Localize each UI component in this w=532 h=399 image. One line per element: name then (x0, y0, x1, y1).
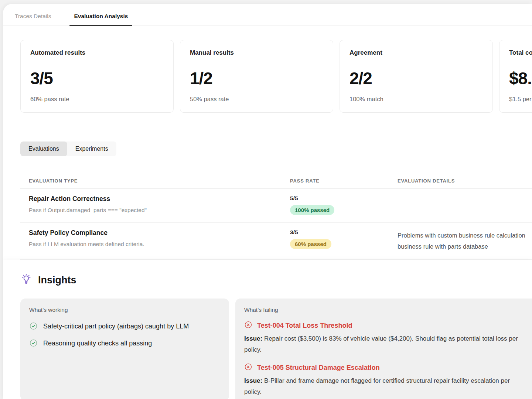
view-toggle: Evaluations Experiments (20, 141, 116, 156)
failing-item: Test-005 Structural Damage Escalation Is… (244, 363, 532, 398)
failing-item-title[interactable]: Test-005 Structural Damage Escalation (257, 364, 380, 372)
evaluation-panel: Traces Details Evaluation Analysis Autom… (3, 4, 532, 399)
pass-rate-badge: 60% passed (290, 239, 331, 249)
stat-value: $8.90 (509, 68, 532, 88)
stat-sub: 50% pass rate (190, 96, 323, 103)
pass-rate-badge: 100% passed (290, 205, 334, 215)
col-header-pass-rate: PASS RATE (282, 178, 389, 184)
evaluation-table: EVALUATION TYPE PASS RATE EVALUATION DET… (20, 173, 532, 260)
stat-sub: $1.5 per trace (509, 96, 532, 103)
x-circle-icon (244, 321, 252, 330)
stat-label: Agreement (349, 49, 483, 57)
stat-value: 1/2 (190, 68, 323, 88)
evaluation-title: Safety Policy Compliance (29, 229, 282, 237)
stat-card-total-cost: Total cost $8.90 $1.5 per trace (499, 40, 532, 113)
failing-item-issue-continued: policy. (244, 386, 532, 398)
evaluation-details-line: Problems with custom business rule calcu… (398, 230, 532, 241)
evaluation-subtitle: Pass if Output.damaged_parts === "expect… (29, 207, 282, 214)
col-header-evaluation-type: EVALUATION TYPE (20, 178, 282, 184)
table-row[interactable]: Safety Policy Compliance Pass if LLM eva… (20, 223, 532, 260)
toggle-evaluations[interactable]: Evaluations (20, 141, 67, 156)
stat-label: Manual results (190, 49, 323, 57)
whats-failing-card: What's failing Test-004 Total Loss Thres… (235, 299, 532, 399)
stat-sub: 100% match (349, 96, 483, 103)
x-circle-icon (244, 363, 252, 372)
stat-card-agreement: Agreement 2/2 100% match (340, 40, 493, 113)
whats-failing-label: What's failing (244, 307, 532, 313)
table-header-row: EVALUATION TYPE PASS RATE EVALUATION DET… (20, 173, 532, 189)
col-header-evaluation-details: EVALUATION DETAILS (389, 178, 532, 184)
evaluation-details-line: business rule with parts database (398, 241, 532, 252)
stats-row: Automated results 3/5 60% pass rate Manu… (3, 26, 532, 113)
lightbulb-icon (20, 273, 32, 287)
insights-section: Insights What's working Safety-critical … (3, 260, 532, 399)
pass-rate-value: 3/5 (290, 229, 389, 236)
failing-item-issue: Issue: Repair cost ($3,500) is 83% of ve… (244, 333, 532, 344)
failing-item-issue: Issue: B-Pillar and frame damage not fla… (244, 375, 532, 386)
table-row[interactable]: Repair Action Correctness Pass if Output… (20, 189, 532, 223)
tab-evaluation-analysis[interactable]: Evaluation Analysis (74, 13, 128, 25)
whats-working-label: What's working (29, 307, 220, 313)
failing-item-issue-continued: policy. (244, 344, 532, 355)
insights-title: Insights (38, 274, 76, 286)
stat-card-automated-results: Automated results 3/5 60% pass rate (20, 40, 174, 113)
working-item-text: Reasoning quality checks all passing (43, 338, 152, 349)
tab-traces-details[interactable]: Traces Details (15, 13, 51, 25)
toggle-experiments[interactable]: Experiments (67, 141, 116, 156)
check-circle-icon (29, 321, 38, 332)
pass-rate-value: 5/5 (290, 195, 389, 202)
stat-card-manual-results: Manual results 1/2 50% pass rate (180, 40, 333, 113)
failing-item: Test-004 Total Loss Threshold Issue: Rep… (244, 321, 532, 355)
working-item: Safety-critical part policy (airbags) ca… (29, 321, 220, 332)
working-item: Reasoning quality checks all passing (29, 338, 220, 349)
working-item-text: Safety-critical part policy (airbags) ca… (43, 321, 189, 332)
stat-label: Total cost (509, 49, 532, 57)
stat-value: 2/2 (349, 68, 483, 88)
top-tab-bar: Traces Details Evaluation Analysis (3, 4, 532, 26)
failing-item-title[interactable]: Test-004 Total Loss Threshold (257, 322, 352, 330)
check-circle-icon (29, 338, 38, 349)
stat-label: Automated results (30, 49, 164, 57)
evaluation-subtitle: Pass if LLM evaluation meets defined cri… (29, 241, 282, 248)
whats-working-card: What's working Safety-critical part poli… (20, 299, 229, 399)
evaluation-title: Repair Action Correctness (29, 195, 282, 203)
stat-value: 3/5 (30, 68, 164, 88)
stat-sub: 60% pass rate (30, 96, 164, 103)
